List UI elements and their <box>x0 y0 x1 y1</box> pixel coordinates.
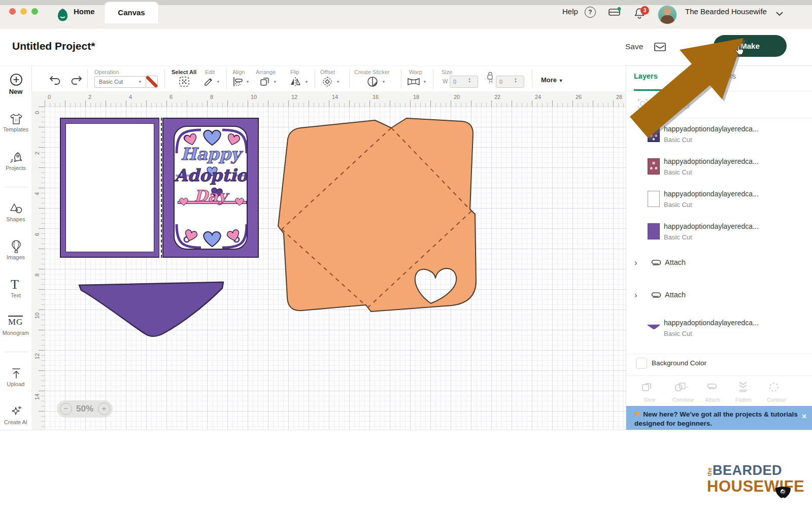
machine-status-icon[interactable] <box>608 7 621 17</box>
templates-icon[interactable] <box>9 113 23 126</box>
zoom-out-button[interactable]: − <box>60 403 72 415</box>
traffic-close-icon[interactable] <box>9 8 16 15</box>
tab-materials[interactable]: Materials <box>680 72 710 80</box>
attach-button[interactable]: Attach <box>705 383 719 391</box>
chevron-right-icon[interactable]: › <box>634 290 637 300</box>
tab-home[interactable]: Home <box>74 6 95 17</box>
traffic-zoom-icon[interactable] <box>31 8 38 15</box>
cricut-logo-icon[interactable] <box>57 8 69 22</box>
make-button[interactable]: Make <box>714 35 787 57</box>
sidebar-item-monogram[interactable]: Monogram <box>0 330 31 336</box>
create-sticker-button[interactable] <box>366 76 379 88</box>
background-color-swatch[interactable] <box>636 358 647 369</box>
delete-layer-icon[interactable] <box>682 98 692 110</box>
arrange-dropdown-icon[interactable]: ▼ <box>273 80 277 84</box>
banner-close-icon[interactable]: × <box>802 412 806 421</box>
sidebar-item-text[interactable]: Text <box>0 292 31 298</box>
sidebar-item-create-ai[interactable]: Create AI <box>0 419 31 425</box>
align-dropdown-icon[interactable]: ▼ <box>246 80 250 84</box>
redo-button[interactable] <box>69 74 83 86</box>
sidebar-item-shapes[interactable]: Shapes <box>0 216 31 222</box>
fold-score-line <box>161 118 162 258</box>
layer-thumbnail[interactable] <box>648 126 660 142</box>
toolbar-separator <box>532 69 532 88</box>
layer-thumbnail[interactable] <box>648 158 660 175</box>
card-front-panel[interactable]: Happy Adoption Day <box>162 118 259 258</box>
width-input[interactable] <box>450 76 478 88</box>
save-button[interactable]: Save <box>625 42 643 51</box>
sidebar-item-new[interactable]: New <box>0 88 31 95</box>
panel-section-divider <box>626 375 812 376</box>
new-icon[interactable] <box>9 73 23 87</box>
combine-button[interactable]: Combine <box>674 382 689 393</box>
attach-group-row[interactable]: Attach <box>665 291 686 299</box>
duplicate-layer-icon[interactable] <box>660 98 670 109</box>
shapes-icon[interactable] <box>9 202 23 215</box>
images-icon[interactable] <box>10 239 22 254</box>
contour-button[interactable]: Contour <box>768 382 780 393</box>
avatar[interactable] <box>658 5 677 24</box>
layer-row[interactable]: happyadoptiondaylayeredca... <box>664 157 759 165</box>
tab-canvas[interactable]: Canvas <box>104 2 159 23</box>
sidebar-item-images[interactable]: Images <box>0 254 31 260</box>
layer-thumbnail[interactable] <box>648 223 660 239</box>
more-button[interactable]: More ▼ <box>541 76 563 84</box>
contour-label: Contour <box>761 397 792 403</box>
warp-dropdown-icon[interactable]: ▼ <box>423 80 427 84</box>
flatten-button[interactable]: Flatten <box>737 381 749 393</box>
offset-button[interactable] <box>321 76 333 87</box>
warp-button[interactable] <box>407 77 420 86</box>
height-stepper[interactable]: ▲▼ <box>514 77 517 83</box>
size-label: Size <box>442 69 452 75</box>
flip-button[interactable] <box>289 76 301 87</box>
chevron-down-icon[interactable] <box>775 11 784 16</box>
edit-dropdown-icon[interactable]: ▼ <box>216 80 220 84</box>
arrange-button[interactable] <box>259 76 270 87</box>
sidebar-item-templates[interactable]: Templates <box>0 126 31 132</box>
layer-row[interactable]: happyadoptiondaylayeredca... <box>664 190 759 198</box>
layer-row[interactable]: happyadoptiondaylayeredca... <box>664 125 759 133</box>
projects-icon[interactable] <box>9 151 23 164</box>
sidebar-item-projects[interactable]: Projects <box>0 165 31 171</box>
card-back-panel[interactable] <box>60 118 160 258</box>
width-stepper[interactable]: ▲▼ <box>468 77 471 83</box>
select-layers-icon[interactable] <box>637 98 648 109</box>
text-icon[interactable]: T <box>11 277 19 292</box>
height-input[interactable] <box>496 76 524 88</box>
vruler-numbers: 02468101214 <box>31 107 45 430</box>
create-sticker-dropdown-icon[interactable]: ▼ <box>382 80 386 84</box>
layer-thumbnail[interactable] <box>647 324 660 331</box>
layer-row[interactable]: happyadoptiondaylayeredca... <box>664 319 759 327</box>
help-link[interactable]: Help <box>562 6 578 17</box>
ruler-number: 12 <box>291 94 297 100</box>
monogram-icon[interactable]: MG <box>8 316 23 327</box>
align-button[interactable] <box>232 77 244 87</box>
sidebar-item-upload[interactable]: Upload <box>0 381 31 387</box>
zoom-in-button[interactable]: + <box>98 403 110 415</box>
edit-button[interactable] <box>203 76 214 87</box>
help-question-icon[interactable]: ? <box>585 7 596 18</box>
operation-select[interactable]: Basic Cut▼ <box>94 76 146 88</box>
undo-button[interactable] <box>48 74 62 86</box>
canvas-object-flap[interactable] <box>77 280 225 347</box>
flip-dropdown-icon[interactable]: ▼ <box>304 80 309 84</box>
tab-colors[interactable]: Colors <box>715 72 736 80</box>
ruler-number: 24 <box>535 94 541 100</box>
user-menu-name[interactable]: The Bearded Housewife <box>685 6 767 17</box>
slice-button[interactable]: Slice <box>641 382 653 393</box>
offset-dropdown-icon[interactable]: ▼ <box>336 80 340 84</box>
attach-group-row[interactable]: Attach <box>665 258 686 266</box>
layer-thumbnail[interactable] <box>648 191 660 207</box>
traffic-minimize-icon[interactable] <box>20 8 27 15</box>
layer-row[interactable]: happyadoptiondaylayeredca... <box>664 222 759 230</box>
select-all-button[interactable] <box>179 76 190 87</box>
heart-icon <box>202 229 222 248</box>
canvas-object-envelope[interactable] <box>269 114 480 317</box>
tab-layers[interactable]: Layers <box>634 72 658 80</box>
upload-icon[interactable] <box>10 367 22 380</box>
operation-color-swatch[interactable] <box>146 76 158 88</box>
create-ai-icon[interactable] <box>10 405 23 418</box>
send-to-mail-icon[interactable] <box>654 42 666 52</box>
canvas-object-card[interactable]: Happy Adoption Day <box>60 118 259 259</box>
chevron-right-icon[interactable]: › <box>634 258 637 268</box>
